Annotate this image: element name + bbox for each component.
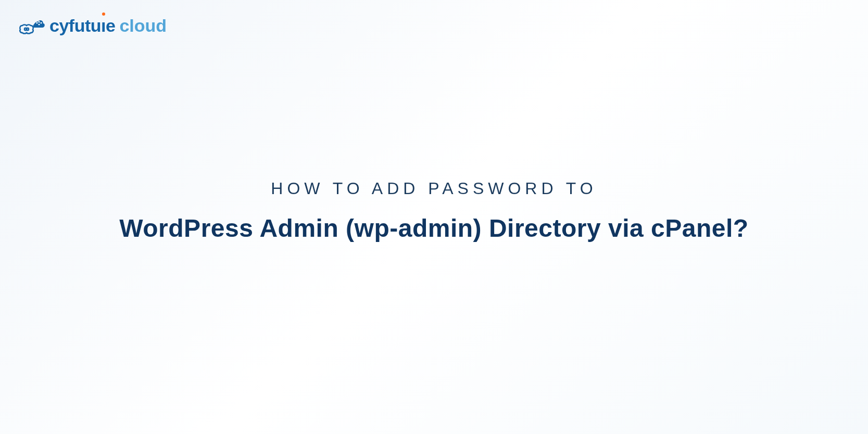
svg-point-2 xyxy=(41,22,42,23)
svg-point-1 xyxy=(39,23,40,25)
article-subtitle: HOW TO ADD PASSWORD TO xyxy=(0,179,868,198)
article-title: WordPress Admin (wp-admin) Directory via… xyxy=(0,214,868,242)
main-content: HOW TO ADD PASSWORD TO WordPress Admin (… xyxy=(0,179,868,242)
logo-brand-primary: cyfutuıe xyxy=(49,16,115,36)
cloud-infinity-icon xyxy=(18,16,45,36)
logo-brand-secondary: cloud xyxy=(119,16,167,36)
brand-logo: cyfutuıe cloud xyxy=(18,16,167,36)
svg-point-3 xyxy=(39,21,40,22)
svg-point-0 xyxy=(36,22,38,23)
logo-text: cyfutuıe cloud xyxy=(49,16,167,36)
